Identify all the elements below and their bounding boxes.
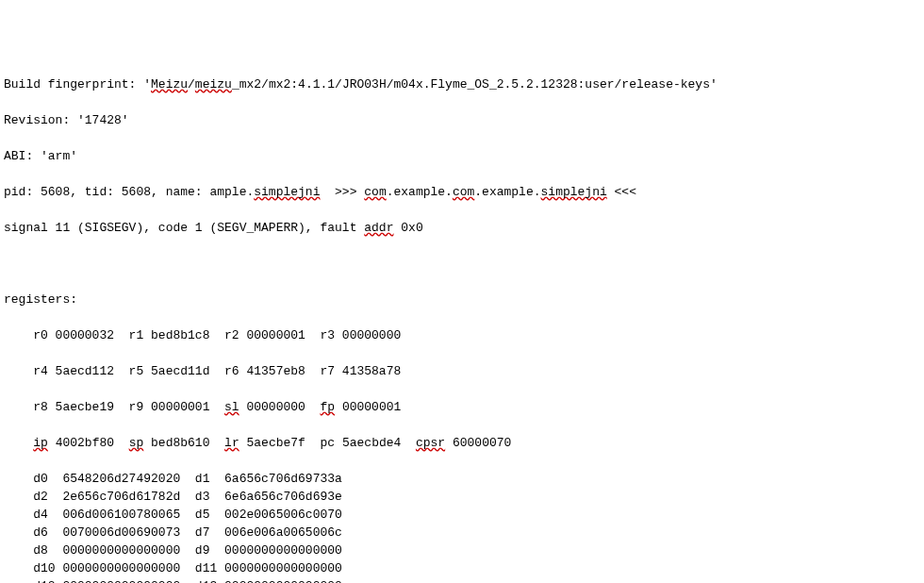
- blank-line: [4, 255, 920, 273]
- abi-line: ABI: 'arm': [4, 147, 920, 165]
- dreg-line: d8 0000000000000000 d9 0000000000000000: [4, 541, 920, 559]
- dreg-line: d12 0000000000000000 d13 000000000000000…: [4, 577, 920, 583]
- misspell: simplejni: [254, 185, 320, 199]
- revision-line: Revision: '17428': [4, 111, 920, 129]
- misspell: cpsr: [416, 436, 445, 450]
- pid-line: pid: 5608, tid: 5608, name: ample.simple…: [4, 183, 920, 201]
- registers-label: registers:: [4, 291, 920, 308]
- misspell: com: [453, 185, 474, 199]
- dregs-container: d0 6548206d27492020 d1 6a656c706d69733a …: [4, 470, 920, 583]
- fingerprint-line: Build fingerprint: 'Meizu/meizu_mx2/mx2:…: [4, 75, 920, 93]
- misspell: sp: [129, 436, 144, 450]
- dreg-line: d6 0070006d00690073 d7 006e006a0065006c: [4, 524, 920, 541]
- gpr-line: ip 4002bf80 sp bed8b610 lr 5aecbe7f pc 5…: [4, 434, 920, 452]
- gpr-line: r4 5aecd112 r5 5aecd11d r6 41357eb8 r7 4…: [4, 362, 920, 380]
- misspell: lr: [224, 436, 239, 450]
- misspell: meizu: [195, 77, 232, 92]
- misspell: sl: [224, 400, 239, 414]
- dreg-line: d0 6548206d27492020 d1 6a656c706d69733a: [4, 470, 920, 488]
- gpr-line: r8 5aecbe19 r9 00000001 sl 00000000 fp 0…: [4, 398, 920, 416]
- misspell: fp: [320, 400, 335, 414]
- misspell: com: [364, 185, 386, 199]
- signal-line: signal 11 (SIGSEGV), code 1 (SEGV_MAPERR…: [4, 219, 920, 237]
- misspell: simplejni: [541, 185, 607, 199]
- misspell: addr: [364, 221, 393, 235]
- misspell: Meizu: [151, 77, 188, 92]
- gpr-line: r0 00000032 r1 bed8b1c8 r2 00000001 r3 0…: [4, 326, 920, 344]
- dreg-line: d10 0000000000000000 d11 000000000000000…: [4, 559, 920, 577]
- dreg-line: d4 006d006100780065 d5 002e0065006c0070: [4, 506, 920, 524]
- dreg-line: d2 2e656c706d61782d d3 6e6a656c706d693e: [4, 488, 920, 506]
- misspell: ip: [33, 436, 48, 450]
